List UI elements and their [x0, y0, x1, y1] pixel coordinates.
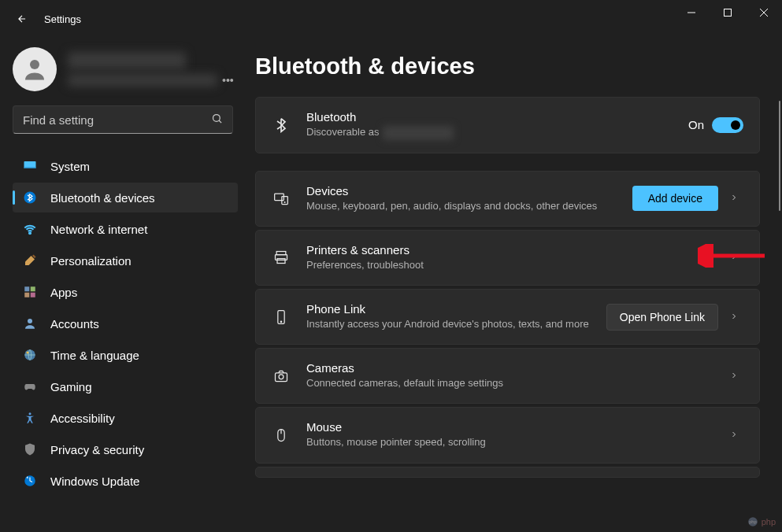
card-title: Bluetooth: [306, 110, 679, 124]
sidebar-item-label: Apps: [50, 286, 77, 299]
card-title: Devices: [306, 184, 623, 198]
profile-name-redacted: [68, 52, 186, 69]
bluetooth-card[interactable]: Bluetooth Discoverable as On: [255, 97, 760, 153]
device-name-redacted: [383, 126, 454, 140]
add-device-button[interactable]: Add device: [632, 186, 718, 211]
printers-scanners-card[interactable]: Printers & scanners Preferences, trouble…: [255, 230, 760, 286]
sidebar-item-bluetooth-devices[interactable]: Bluetooth & devices: [13, 183, 238, 212]
page-title: Bluetooth & devices: [255, 54, 760, 79]
svg-rect-4: [24, 168, 36, 169]
sidebar-item-windows-update[interactable]: Windows Update: [13, 466, 238, 496]
close-button[interactable]: [746, 0, 782, 25]
svg-text:php: php: [749, 519, 757, 524]
card-subtitle: Discoverable as: [306, 125, 679, 140]
gamepad-icon: [22, 379, 38, 394]
devices-card[interactable]: Devices Mouse, keyboard, pen, audio, dis…: [255, 171, 760, 227]
mouse-icon: [272, 427, 291, 443]
globe-icon: [22, 347, 38, 363]
sidebar-nav: System Bluetooth & devices Network & int…: [13, 151, 238, 496]
wifi-icon: [22, 221, 38, 237]
svg-point-13: [27, 352, 29, 354]
svg-point-25: [279, 375, 284, 379]
svg-rect-10: [31, 293, 35, 297]
card-subtitle: Buttons, mouse pointer speed, scrolling: [306, 435, 709, 449]
camera-icon: [272, 368, 291, 384]
sidebar-item-label: System: [50, 160, 90, 173]
bluetooth-toggle[interactable]: [712, 117, 743, 133]
sidebar-item-label: Gaming: [50, 380, 92, 393]
printer-icon: [272, 249, 291, 265]
toggle-label: On: [688, 118, 704, 131]
sidebar-item-apps[interactable]: Apps: [13, 277, 238, 307]
sidebar-item-label: Accessibility: [50, 412, 115, 425]
card-title: Mouse: [306, 420, 709, 434]
bluetooth-icon: [272, 117, 291, 133]
sidebar-item-gaming[interactable]: Gaming: [13, 371, 238, 401]
accessibility-icon: [22, 410, 38, 426]
card-title: Cameras: [306, 361, 709, 375]
card-subtitle: Mouse, keyboard, pen, audio, displays an…: [306, 199, 606, 213]
search-icon: [211, 113, 223, 127]
svg-point-23: [280, 321, 281, 322]
profile-email-redacted: [68, 74, 217, 87]
chevron-right-icon: [725, 191, 743, 205]
sidebar-item-time-language[interactable]: Time & language: [13, 340, 238, 370]
sidebar-item-label: Time & language: [50, 349, 139, 362]
svg-point-2: [213, 114, 221, 121]
svg-rect-9: [24, 293, 29, 297]
chevron-right-icon: [725, 250, 743, 264]
svg-rect-7: [24, 286, 29, 291]
phone-icon: [272, 309, 291, 325]
chevron-right-icon: [725, 310, 743, 324]
svg-point-1: [30, 60, 39, 69]
profile-more-icon: •••: [222, 74, 234, 87]
apps-icon: [22, 284, 38, 300]
sidebar-item-personalization[interactable]: Personalization: [13, 246, 238, 275]
back-button[interactable]: [14, 11, 30, 27]
svg-rect-8: [31, 286, 35, 291]
card-title: Printers & scanners: [306, 243, 709, 257]
sidebar-item-label: Personalization: [50, 254, 132, 268]
sidebar-item-label: Network & internet: [50, 223, 147, 236]
bluetooth-icon: [22, 190, 38, 205]
card-subtitle: Instantly access your Android device's p…: [306, 317, 590, 331]
scrollbar-thumb[interactable]: [779, 101, 780, 211]
sidebar-item-label: Privacy & security: [50, 443, 144, 456]
mouse-card[interactable]: Mouse Buttons, mouse pointer speed, scro…: [255, 407, 760, 463]
svg-point-14: [29, 412, 32, 415]
shield-icon: [22, 441, 38, 457]
svg-rect-21: [277, 259, 285, 264]
chevron-right-icon: [725, 428, 743, 442]
search-box[interactable]: [13, 105, 233, 134]
svg-rect-16: [275, 194, 284, 200]
svg-rect-0: [725, 9, 732, 17]
svg-point-18: [284, 202, 285, 203]
chevron-right-icon: [725, 369, 743, 383]
open-phone-link-button[interactable]: Open Phone Link: [606, 304, 718, 331]
watermark: php php: [747, 516, 776, 527]
profile-block[interactable]: •••: [13, 47, 238, 91]
card-subtitle: Connected cameras, default image setting…: [306, 376, 709, 390]
svg-point-6: [29, 232, 31, 234]
devices-icon: [272, 190, 291, 206]
phone-link-card[interactable]: Phone Link Instantly access your Android…: [255, 289, 760, 345]
sidebar-item-label: Windows Update: [50, 475, 139, 488]
sidebar-item-network[interactable]: Network & internet: [13, 214, 238, 244]
svg-point-11: [28, 319, 32, 323]
sidebar-item-system[interactable]: System: [13, 151, 238, 181]
sidebar-item-label: Accounts: [50, 317, 99, 331]
sidebar-item-accounts[interactable]: Accounts: [13, 308, 238, 338]
sidebar-item-label: Bluetooth & devices: [50, 191, 155, 205]
update-icon: [22, 473, 38, 489]
search-input[interactable]: [23, 113, 211, 127]
avatar: [13, 47, 57, 91]
cameras-card[interactable]: Cameras Connected cameras, default image…: [255, 348, 760, 404]
app-title: Settings: [44, 13, 81, 25]
minimize-button[interactable]: [673, 0, 710, 25]
sidebar-item-privacy-security[interactable]: Privacy & security: [13, 434, 238, 464]
card-subtitle: Preferences, troubleshoot: [306, 258, 709, 272]
sidebar-item-accessibility[interactable]: Accessibility: [13, 403, 238, 433]
next-card-peek[interactable]: [255, 467, 760, 478]
maximize-button[interactable]: [710, 0, 746, 25]
brush-icon: [22, 253, 38, 268]
